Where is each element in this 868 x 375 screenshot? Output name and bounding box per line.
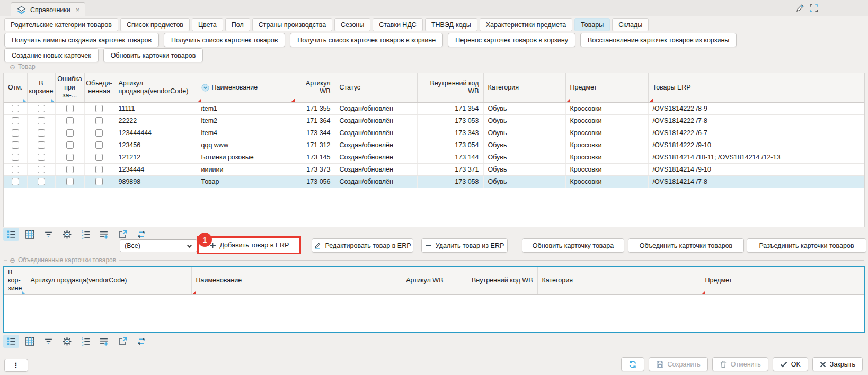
row-checkbox[interactable] bbox=[38, 105, 45, 112]
table-cell[interactable]: Кроссовки bbox=[565, 127, 648, 139]
row-checkbox[interactable] bbox=[66, 178, 74, 185]
row-checkbox[interactable] bbox=[12, 105, 19, 112]
cancel-button[interactable]: Отменить bbox=[712, 357, 768, 371]
row-checkbox[interactable] bbox=[66, 154, 74, 161]
table-cell[interactable]: qqq www bbox=[197, 139, 290, 151]
table-cell[interactable]: 173 058 bbox=[417, 175, 483, 188]
table-row[interactable]: 11111item1171 355Создан/обновлён171 354О… bbox=[4, 102, 864, 114]
erp-action-button[interactable]: Объединить карточки товаров bbox=[628, 238, 744, 253]
table-cell[interactable]: 173 373 bbox=[290, 163, 335, 175]
table-cell[interactable] bbox=[4, 151, 27, 163]
column-header[interactable]: Отм. bbox=[4, 73, 27, 102]
tab-item[interactable]: ТНВЭД-коды bbox=[425, 18, 477, 31]
erp-action-button[interactable]: Обновить карточку товара bbox=[522, 238, 624, 253]
column-header[interactable]: Артикул продавца(vendorCode) bbox=[26, 267, 191, 294]
tab-item[interactable]: Характеристики предмета bbox=[480, 18, 573, 31]
table-cell[interactable]: Создан/обновлён bbox=[335, 139, 417, 151]
tab-item[interactable]: Ставки НДС bbox=[373, 18, 423, 31]
table-cell[interactable]: 173 145 bbox=[290, 151, 335, 163]
row-checkbox[interactable] bbox=[66, 129, 74, 137]
table-cell[interactable]: 173 344 bbox=[290, 127, 335, 139]
collapse-group-icon[interactable]: ⊖ bbox=[10, 64, 15, 70]
top-action-button[interactable]: Получить список карточек товаров bbox=[164, 33, 285, 47]
table-cell[interactable]: Обувь bbox=[483, 127, 565, 139]
top-action-button[interactable]: Получить лимиты создания карточек товаро… bbox=[4, 33, 159, 47]
table-cell[interactable]: Кроссовки bbox=[565, 139, 648, 151]
row-checkbox[interactable] bbox=[95, 117, 103, 124]
column-header[interactable]: Статус bbox=[335, 73, 417, 102]
table-cell[interactable]: /OVS1814222 /7-8 bbox=[648, 114, 864, 127]
table-cell[interactable] bbox=[55, 127, 84, 139]
table-row[interactable]: 121212Ботинки розовые173 145Создан/обнов… bbox=[4, 151, 864, 163]
table-row[interactable]: 123444444item4173 344Создан/обновлён173 … bbox=[4, 127, 864, 139]
row-checkbox[interactable] bbox=[95, 166, 103, 173]
table-cell[interactable]: item2 bbox=[197, 114, 290, 127]
export-button[interactable] bbox=[114, 335, 130, 348]
table-cell[interactable]: Создан/обновлён bbox=[335, 163, 417, 175]
erp-action-button[interactable]: Редактировать товар в ERP bbox=[312, 238, 413, 253]
table-cell[interactable]: Обувь bbox=[483, 102, 565, 114]
top-action-button[interactable]: Обновить карточки товаров bbox=[103, 48, 203, 63]
column-header[interactable]: Артикул продавца(vendorCode) bbox=[114, 73, 197, 102]
column-header[interactable]: Предмет bbox=[565, 73, 648, 102]
row-checkbox[interactable] bbox=[12, 141, 19, 149]
table-cell[interactable] bbox=[27, 151, 55, 163]
table-cell[interactable]: Создан/обновлён bbox=[335, 114, 417, 127]
table-cell[interactable]: 123456 bbox=[114, 139, 197, 151]
fullscreen-icon[interactable] bbox=[810, 4, 818, 12]
row-checkbox[interactable] bbox=[38, 178, 45, 185]
column-header[interactable]: Наименование bbox=[191, 267, 356, 294]
table-cell[interactable]: /OVS1814222 /8-9 bbox=[648, 102, 864, 114]
table-cell[interactable] bbox=[55, 114, 84, 127]
edit-pencil-icon[interactable] bbox=[796, 4, 804, 12]
table-cell[interactable]: 123444444 bbox=[114, 127, 197, 139]
top-action-button[interactable]: Перенос карточек товаров в корзину bbox=[448, 33, 575, 47]
row-checkbox[interactable] bbox=[12, 154, 19, 161]
row-checkbox[interactable] bbox=[66, 105, 74, 112]
column-header[interactable]: В кор-зине bbox=[4, 267, 26, 294]
top-action-button[interactable]: Получить список карточек товаров в корзи… bbox=[290, 33, 443, 47]
more-actions-button[interactable]: ⋮ bbox=[4, 359, 28, 372]
table-cell[interactable]: 173 343 bbox=[417, 127, 483, 139]
tab-item[interactable]: Сезоны bbox=[334, 18, 370, 31]
refresh-button[interactable] bbox=[621, 357, 644, 371]
table-cell[interactable] bbox=[84, 102, 114, 114]
row-checkbox[interactable] bbox=[66, 141, 74, 149]
table-cell[interactable]: /OVS1814222 /9-10 bbox=[648, 139, 864, 151]
table-cell[interactable]: 121212 bbox=[114, 151, 197, 163]
row-numbers-button[interactable]: 123 bbox=[77, 335, 93, 348]
close-tab-icon[interactable]: × bbox=[76, 6, 80, 14]
row-checkbox[interactable] bbox=[95, 141, 103, 149]
settings-button[interactable] bbox=[59, 335, 75, 348]
close-button[interactable]: Закрыть bbox=[812, 357, 863, 371]
table-cell[interactable]: Обувь bbox=[483, 139, 565, 151]
table-cell[interactable] bbox=[84, 139, 114, 151]
column-header[interactable]: Объеди-ненная bbox=[84, 73, 114, 102]
row-checkbox[interactable] bbox=[38, 154, 45, 161]
column-header[interactable]: В корзине bbox=[27, 73, 55, 102]
tab-item[interactable]: Родительские категории товаров bbox=[4, 18, 118, 31]
erp-action-button[interactable]: Удалить товар из ERP bbox=[421, 238, 508, 253]
save-button[interactable]: Сохранить bbox=[649, 357, 708, 371]
filter-button[interactable] bbox=[40, 335, 56, 348]
table-cell[interactable] bbox=[4, 175, 27, 188]
table-cell[interactable]: 171 312 bbox=[290, 139, 335, 151]
column-chooser-button[interactable] bbox=[22, 335, 38, 348]
table-cell[interactable]: /OVS1814214 /7-8 bbox=[648, 175, 864, 188]
column-header[interactable]: Категория bbox=[537, 267, 701, 294]
row-checkbox[interactable] bbox=[38, 141, 45, 149]
column-header[interactable]: Предмет bbox=[701, 267, 864, 294]
table-cell[interactable]: Кроссовки bbox=[565, 163, 648, 175]
table-cell[interactable]: item1 bbox=[197, 102, 290, 114]
row-checkbox[interactable] bbox=[66, 117, 74, 124]
table-cell[interactable]: 171 355 bbox=[290, 102, 335, 114]
tab-item[interactable]: Страны производства bbox=[252, 18, 332, 31]
table-cell[interactable] bbox=[4, 114, 27, 127]
table-row[interactable]: 22222item2171 364Создан/обновлён173 053О… bbox=[4, 114, 864, 127]
column-header[interactable]: Наименование bbox=[197, 73, 290, 102]
row-checkbox[interactable] bbox=[66, 166, 74, 173]
collapse-group-icon[interactable]: ⊖ bbox=[10, 257, 15, 264]
table-cell[interactable]: Создан/обновлён bbox=[335, 127, 417, 139]
table-cell[interactable]: Обувь bbox=[483, 163, 565, 175]
table-cell[interactable]: Товар bbox=[197, 175, 290, 188]
